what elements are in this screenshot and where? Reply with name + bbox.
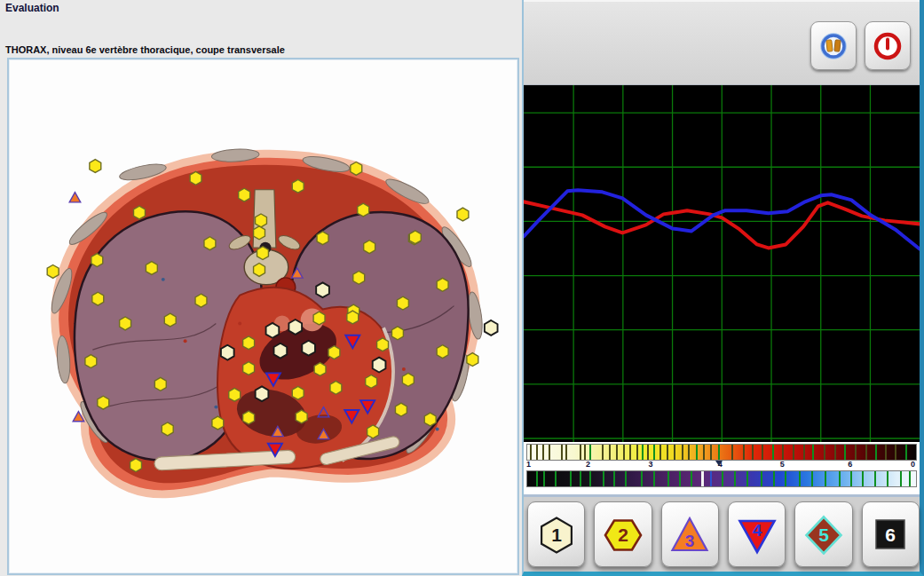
marker-yellow-hexagons[interactable] <box>243 362 255 375</box>
marker-yellow-hexagons[interactable] <box>164 313 176 327</box>
scale-pointer <box>715 461 723 466</box>
marker-yellow-hexagons[interactable] <box>391 327 403 340</box>
marker-yellow-hexagons[interactable] <box>424 413 436 426</box>
marker-yellow-hexagons[interactable] <box>397 296 408 310</box>
marker-yellow-hexagons[interactable] <box>313 312 325 325</box>
palette-button-label: 4 <box>752 521 762 540</box>
marker-yellow-hexagons[interactable] <box>85 355 97 368</box>
palette-button-label: 1 <box>551 525 562 545</box>
marker-orange-triangles[interactable] <box>69 193 81 202</box>
marker-yellow-hexagons[interactable] <box>92 292 104 305</box>
scale-tick <box>743 445 745 460</box>
marker-yellow-hexagons[interactable] <box>229 388 241 401</box>
scale-tick <box>895 445 896 460</box>
marker-yellow-hexagons[interactable] <box>457 208 469 221</box>
scale-tick <box>761 471 762 486</box>
palette-button-3[interactable]: 3 <box>661 501 719 567</box>
marker-yellow-hexagons[interactable] <box>437 278 448 291</box>
marker-yellow-hexagons[interactable] <box>154 377 166 391</box>
scale-tick <box>679 471 681 486</box>
hexagon-wide-icon: 2 <box>603 514 644 555</box>
marker-yellow-hexagons[interactable] <box>90 160 101 173</box>
marker-yellow-hexagons[interactable] <box>353 271 365 284</box>
scale-number-0: 0 <box>911 460 915 469</box>
marker-yellow-hexagons[interactable] <box>296 410 307 423</box>
marker-yellow-hexagons[interactable] <box>254 226 265 240</box>
scale-tick <box>589 445 591 460</box>
book-button[interactable] <box>810 21 857 70</box>
marker-yellow-hexagons[interactable] <box>366 375 377 388</box>
scale-tick <box>653 471 655 486</box>
marker-yellow-hexagons[interactable] <box>204 237 216 250</box>
palette-button-6[interactable]: 6 <box>862 501 920 567</box>
marker-yellow-hexagons[interactable] <box>190 171 201 185</box>
scale-tick <box>722 471 723 486</box>
marker-yellow-hexagons[interactable] <box>317 232 328 245</box>
marker-cream-hexagons[interactable] <box>274 343 288 359</box>
marker-yellow-hexagons[interactable] <box>130 459 142 472</box>
marker-yellow-hexagons[interactable] <box>364 241 375 254</box>
marker-yellow-hexagons[interactable] <box>98 396 109 409</box>
palette-button-2[interactable]: 2 <box>594 501 652 567</box>
marker-yellow-hexagons[interactable] <box>254 264 265 277</box>
thorax-cross-section-image[interactable] <box>9 59 517 573</box>
triangle-down-icon: 4 <box>737 514 778 555</box>
scale-tick <box>710 471 712 486</box>
scale-tick <box>696 445 698 460</box>
palette-button-1[interactable]: 1 <box>527 501 585 567</box>
marker-yellow-hexagons[interactable] <box>243 336 255 350</box>
marker-yellow-hexagons[interactable] <box>120 317 131 330</box>
marker-yellow-hexagons[interactable] <box>347 311 359 324</box>
marker-yellow-hexagons[interactable] <box>292 386 304 399</box>
marker-yellow-hexagons[interactable] <box>47 265 59 279</box>
marker-yellow-hexagons[interactable] <box>351 162 362 176</box>
marker-yellow-hexagons[interactable] <box>358 203 369 217</box>
marker-cream-hexagons[interactable] <box>485 320 498 335</box>
marker-cream-hexagons[interactable] <box>288 320 302 335</box>
marker-palette-bar: 123456 <box>524 494 920 572</box>
marker-cream-hexagons[interactable] <box>316 282 329 297</box>
marker-yellow-hexagons[interactable] <box>328 346 340 359</box>
triangle-up-icon: 3 <box>669 514 710 555</box>
marker-yellow-hexagons[interactable] <box>292 179 304 193</box>
marker-yellow-hexagons[interactable] <box>437 345 448 359</box>
scale-tick <box>642 445 644 460</box>
marker-yellow-hexagons[interactable] <box>330 381 342 394</box>
marker-yellow-hexagons[interactable] <box>467 353 478 367</box>
palette-button-5[interactable]: 5 <box>794 501 852 567</box>
marker-cream-hexagons[interactable] <box>266 323 280 338</box>
scale-tick <box>875 445 877 460</box>
power-button[interactable] <box>865 21 911 70</box>
marker-yellow-hexagons[interactable] <box>367 425 379 438</box>
marker-cream-hexagons[interactable] <box>302 341 315 356</box>
marker-yellow-hexagons[interactable] <box>257 247 269 260</box>
marker-yellow-hexagons[interactable] <box>409 231 421 244</box>
scale-tick <box>752 445 754 460</box>
power-icon <box>872 30 904 62</box>
marker-yellow-hexagons[interactable] <box>256 214 267 227</box>
scale-tick <box>542 445 544 460</box>
scale-tick <box>782 445 784 460</box>
marker-yellow-hexagons[interactable] <box>134 206 146 219</box>
marker-yellow-hexagons[interactable] <box>314 363 326 376</box>
marker-yellow-hexagons[interactable] <box>212 416 224 430</box>
palette-button-4[interactable]: 4 <box>728 501 786 567</box>
marker-yellow-hexagons[interactable] <box>395 403 407 416</box>
scale-tick <box>653 445 655 460</box>
marker-yellow-hexagons[interactable] <box>243 411 255 424</box>
marker-cream-hexagons[interactable] <box>256 386 269 401</box>
marker-yellow-hexagons[interactable] <box>146 262 157 275</box>
marker-yellow-hexagons[interactable] <box>162 422 173 436</box>
marker-yellow-hexagons[interactable] <box>91 254 103 267</box>
marker-yellow-hexagons[interactable] <box>195 294 207 307</box>
marker-cream-hexagons[interactable] <box>373 358 386 373</box>
marker-yellow-hexagons[interactable] <box>377 338 389 351</box>
slice-subtitle: THORAX, niveau 6e vertèbre thoracique, c… <box>5 44 285 55</box>
palette-button-label: 6 <box>885 525 896 545</box>
anatomy-image-frame[interactable] <box>7 58 519 575</box>
marker-yellow-hexagons[interactable] <box>239 188 250 201</box>
marker-cream-hexagons[interactable] <box>221 345 234 360</box>
scale-tick <box>905 445 907 460</box>
marker-yellow-hexagons[interactable] <box>402 373 414 386</box>
scale-tick <box>887 471 888 486</box>
